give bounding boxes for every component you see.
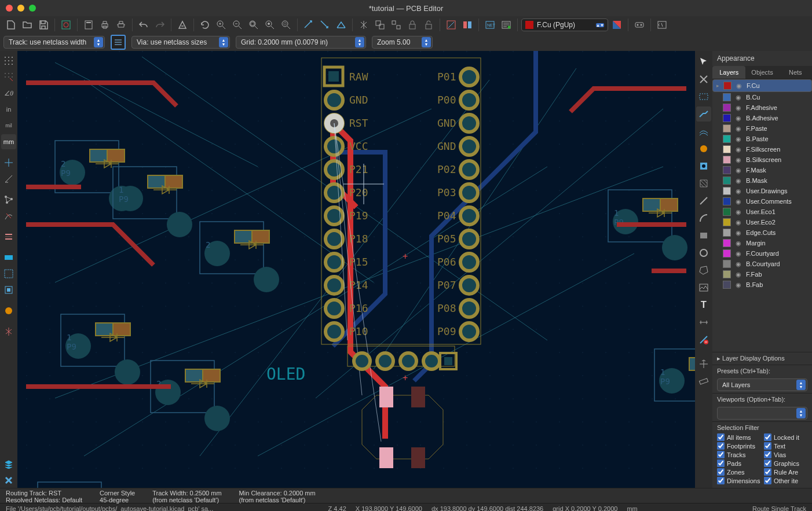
layer-row-f-adhesive[interactable]: ◉ F.Adhesive [712, 102, 812, 113]
layer-pair-icon[interactable] [609, 17, 624, 32]
units-mm-icon[interactable]: mm [1, 134, 16, 149]
filter-pads[interactable]: Pads [717, 459, 760, 467]
45deg-icon[interactable] [1, 171, 16, 186]
zoom-fit-icon[interactable] [246, 17, 261, 32]
visibility-icon[interactable]: ◉ [734, 177, 742, 185]
measure-icon[interactable] [696, 374, 711, 389]
layer-swatch[interactable] [723, 249, 731, 258]
undo-icon[interactable] [136, 17, 151, 32]
layer-swatch[interactable] [723, 229, 731, 237]
visibility-icon[interactable]: ◉ [734, 135, 742, 143]
layer-row-b-silkscreen[interactable]: ◉ B.Silkscreen [712, 155, 812, 165]
layer-row-user-drawings[interactable]: ◉ User.Drawings [712, 186, 812, 196]
page-settings-icon[interactable] [81, 17, 96, 32]
find-icon[interactable] [175, 17, 190, 32]
layer-list[interactable]: ▸ ◉ F.Cu ◉ B.Cu ◉ F.Adhesive ◉ B.Adhesiv… [712, 79, 812, 352]
rotate-ccw-icon[interactable] [301, 17, 316, 32]
layer-row-edge-cuts[interactable]: ◉ Edge.Cuts [712, 227, 812, 238]
visibility-icon[interactable]: ◉ [734, 229, 742, 237]
visibility-icon[interactable]: ◉ [734, 208, 742, 216]
presets-select[interactable]: All Layers▲▼ [717, 378, 807, 391]
filter-other-ite[interactable]: Other ite [764, 477, 807, 484]
visibility-icon[interactable]: ◉ [734, 146, 742, 153]
win-minimize[interactable] [17, 5, 24, 12]
layer-swatch[interactable] [723, 114, 731, 122]
win-close[interactable] [6, 5, 13, 12]
layer-row-f-cu[interactable]: ▸ ◉ F.Cu [712, 79, 812, 92]
layer-swatch[interactable] [723, 135, 731, 143]
open-icon[interactable] [20, 17, 35, 32]
visibility-icon[interactable]: ◉ [734, 156, 742, 164]
add-dimension-icon[interactable] [696, 315, 711, 330]
net-highlight-icon[interactable] [1, 266, 16, 281]
update-from-schematic-icon[interactable] [444, 17, 459, 32]
visibility-icon[interactable]: ◉ [734, 104, 742, 112]
tab-layers[interactable]: Layers [712, 66, 745, 79]
units-in-icon[interactable]: in [1, 102, 16, 117]
visibility-icon[interactable]: ◉ [734, 250, 742, 258]
layer-swatch[interactable] [723, 124, 731, 133]
plugin-icon[interactable] [632, 17, 647, 32]
unlock-icon[interactable] [421, 17, 436, 32]
delete-icon[interactable] [696, 332, 711, 347]
lock-icon[interactable] [405, 17, 420, 32]
layer-swatch[interactable] [723, 270, 731, 278]
filter-zones[interactable]: Zones [717, 468, 760, 476]
visibility-icon[interactable]: ◉ [734, 167, 742, 174]
add-image-icon[interactable] [696, 280, 711, 295]
add-poly-icon[interactable] [696, 263, 711, 278]
visibility-icon[interactable]: ◉ [734, 281, 742, 289]
filter-footprints[interactable]: Footprints [717, 442, 760, 450]
layer-row-f-mask[interactable]: ◉ F.Mask [712, 165, 812, 175]
via-size-select[interactable]: Via: use netclass sizes▲▼ [131, 36, 230, 49]
layer-row-f-courtyard[interactable]: ◉ F.Courtyard [712, 248, 812, 259]
print-icon[interactable] [97, 17, 112, 32]
add-rect-icon[interactable] [696, 228, 711, 243]
filter-dimensions[interactable]: Dimensions [717, 477, 760, 484]
layer-selector[interactable]: F.Cu (PgUp) ▲▼ [521, 19, 608, 31]
layer-swatch[interactable] [723, 177, 731, 185]
layer-swatch[interactable] [723, 82, 731, 90]
layer-row-user-comments[interactable]: ◉ User.Comments [712, 196, 812, 207]
tune-length-icon[interactable] [696, 141, 711, 156]
layers-manager-icon[interactable] [1, 457, 16, 472]
refresh-icon[interactable] [197, 17, 213, 32]
visibility-icon[interactable]: ◉ [734, 219, 742, 226]
flip-board-icon[interactable] [1, 324, 16, 339]
layer-swatch[interactable] [723, 93, 731, 101]
layer-row-b-cu[interactable]: ◉ B.Cu [712, 92, 812, 102]
layer-row-user-eco2[interactable]: ◉ User.Eco2 [712, 217, 812, 227]
save-icon[interactable] [36, 17, 51, 32]
layer-row-b-paste[interactable]: ◉ B.Paste [712, 134, 812, 144]
layer-swatch[interactable] [723, 239, 731, 247]
local-ratsnest-icon[interactable] [696, 89, 711, 104]
visibility-icon[interactable]: ◉ [735, 82, 743, 90]
ratsnest-icon[interactable] [1, 192, 16, 207]
layer-swatch[interactable] [723, 260, 731, 268]
outline-mode-icon[interactable] [1, 229, 16, 244]
scripting-icon[interactable] [654, 17, 670, 32]
track-width-select[interactable]: Track: use netclass width▲▼ [3, 36, 105, 49]
visibility-icon[interactable]: ◉ [734, 271, 742, 278]
select-tool-icon[interactable] [696, 54, 711, 69]
grid-icon[interactable] [1, 53, 16, 68]
zone-display-icon[interactable] [1, 282, 16, 297]
visibility-icon[interactable]: ◉ [734, 198, 742, 205]
visibility-icon[interactable]: ◉ [734, 125, 742, 133]
visibility-icon[interactable]: ◉ [734, 188, 742, 195]
zoom-in-icon[interactable] [214, 17, 229, 32]
curved-ratsnest-icon[interactable] [1, 208, 16, 223]
add-circle-icon[interactable] [696, 245, 711, 260]
layer-row-user-eco1[interactable]: ◉ User.Eco1 [712, 207, 812, 217]
filter-vias[interactable]: Vias [764, 451, 807, 458]
filter-graphics[interactable]: Graphics [764, 459, 807, 467]
ungroup-icon[interactable] [389, 17, 404, 32]
filter-all-items[interactable]: All items [717, 433, 760, 441]
layer-row-f-silkscreen[interactable]: ◉ F.Silkscreen [712, 144, 812, 155]
redo-icon[interactable] [152, 17, 167, 32]
pcb-canvas[interactable]: 2P91P921P921P81P91P9 RAWGNDRSTVCCP21P20P… [17, 51, 695, 488]
win-maximize[interactable] [29, 5, 36, 12]
units-mil-icon[interactable]: mil [1, 118, 16, 133]
tab-nets[interactable]: Nets [779, 66, 812, 79]
zone-fill-icon[interactable] [1, 303, 16, 318]
